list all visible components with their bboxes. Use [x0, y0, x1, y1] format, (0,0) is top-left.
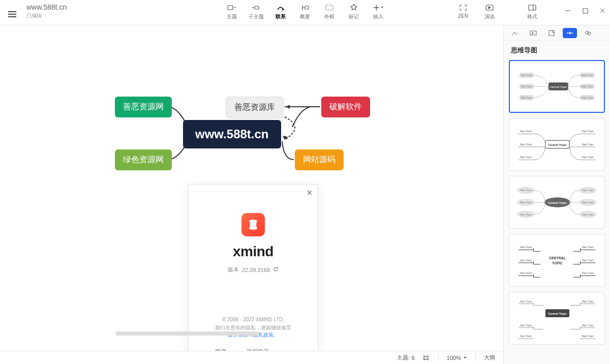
dialog-close-button[interactable]: ✕ — [307, 189, 313, 197]
svg-rect-2 — [305, 6, 309, 9]
template-5[interactable]: Central Topic Main TopicMain TopicMain T… — [509, 292, 605, 345]
node-red[interactable]: 破解软件 — [321, 97, 370, 117]
document-status: 已编辑 — [26, 12, 67, 19]
product-name: xmind — [233, 244, 273, 260]
tool-present[interactable]: 演说 — [481, 3, 498, 20]
svg-text:Central Topic: Central Topic — [548, 201, 567, 204]
canvas-area[interactable]: 善恶资源网 善恶资源库 破解软件 www.588t.cn 绿色资源网 网站源码 … — [0, 25, 503, 351]
minimize-button[interactable] — [564, 7, 571, 14]
svg-text:Main Topic: Main Topic — [582, 85, 593, 88]
topic-icon — [226, 3, 237, 12]
star-icon — [348, 3, 359, 12]
maximize-button[interactable] — [582, 7, 589, 14]
svg-rect-8 — [549, 31, 554, 36]
svg-text:Main Topic: Main Topic — [582, 97, 593, 99]
svg-text:Main Topic: Main Topic — [520, 272, 532, 275]
tool-relation[interactable]: 联系 — [272, 3, 289, 20]
svg-text:Central Topic: Central Topic — [548, 312, 567, 315]
svg-text:Main Topic: Main Topic — [521, 97, 532, 99]
window-controls — [564, 7, 606, 14]
tab-theme[interactable] — [581, 28, 595, 38]
zoom-level[interactable]: 100% — [447, 355, 467, 361]
tool-boundary[interactable]: 外框 — [321, 3, 338, 20]
tool-summary[interactable]: 概要 — [296, 3, 314, 20]
svg-text:Central Topic: Central Topic — [548, 143, 567, 146]
tool-zen[interactable]: ZEN — [454, 3, 472, 20]
svg-text:Main Topic: Main Topic — [582, 335, 594, 338]
template-2[interactable]: Central Topic Main TopicMain TopicMain T… — [509, 118, 605, 171]
format-panel: 思维导图 Central Topic Main TopicMain TopicM… — [503, 25, 610, 364]
panel-icon — [527, 3, 538, 12]
svg-text:Main Topic: Main Topic — [520, 324, 532, 327]
svg-text:Main Topic: Main Topic — [582, 156, 594, 159]
svg-text:Main Topic: Main Topic — [520, 156, 532, 159]
tab-slide[interactable] — [526, 28, 540, 38]
toolbar-right: ZEN 演说 — [454, 3, 498, 20]
tab-style[interactable] — [508, 28, 522, 38]
document-title: www.588t.cn — [26, 3, 67, 11]
svg-text:Main Topic: Main Topic — [582, 259, 594, 262]
svg-text:Main Topic: Main Topic — [582, 246, 594, 249]
plus-icon — [373, 3, 384, 12]
svg-rect-3 — [326, 5, 333, 10]
tool-subtopic[interactable]: 子主题 — [248, 3, 265, 20]
svg-text:Main Topic: Main Topic — [582, 74, 593, 77]
svg-text:Main Topic: Main Topic — [582, 324, 594, 327]
svg-rect-6 — [583, 9, 588, 13]
template-4[interactable]: CENTRALTOPIC Main TopicMain TopicMain To… — [509, 234, 605, 287]
play-icon — [484, 3, 495, 12]
version-line: 版本 22.09.3168 — [228, 266, 279, 274]
tab-structure[interactable] — [563, 28, 577, 38]
node-gray[interactable]: 善恶资源库 — [226, 97, 284, 118]
tab-note[interactable] — [544, 28, 559, 38]
node-center[interactable]: www.588t.cn — [183, 120, 281, 148]
svg-rect-5 — [529, 5, 536, 10]
panel-title: 思维导图 — [504, 41, 610, 60]
subtopic-icon — [251, 3, 262, 12]
svg-text:Main Topic: Main Topic — [582, 143, 594, 146]
node-orange[interactable]: 网站源码 — [295, 149, 344, 170]
title-bar: www.588t.cn 已编辑 主题 子主题 联系 概要 — [0, 0, 610, 25]
fullscreen-icon — [458, 3, 469, 12]
scrollbar-thumb[interactable] — [115, 331, 258, 336]
svg-text:Main Topic: Main Topic — [521, 85, 532, 88]
toolbar-center: 主题 子主题 联系 概要 外框 — [223, 3, 387, 20]
svg-text:CENTRAL: CENTRAL — [549, 256, 566, 260]
document-title-block: www.588t.cn 已编辑 — [26, 3, 67, 19]
summary-icon — [299, 3, 311, 12]
relation-icon — [275, 3, 286, 12]
svg-text:Main Topic: Main Topic — [520, 259, 532, 262]
template-1[interactable]: Central Topic Main TopicMain TopicMain T… — [509, 60, 605, 113]
topic-count: 主题: 6 — [397, 354, 415, 361]
svg-text:Main Topic: Main Topic — [582, 272, 594, 275]
svg-text:Main Topic: Main Topic — [520, 143, 532, 146]
svg-text:TOPIC: TOPIC — [552, 261, 563, 265]
svg-text:Main Topic: Main Topic — [520, 189, 532, 192]
tool-marker[interactable]: 标记 — [345, 3, 362, 20]
svg-text:Main Topic: Main Topic — [582, 300, 594, 303]
svg-text:Main Topic: Main Topic — [520, 201, 532, 204]
node-green1[interactable]: 善恶资源网 — [115, 97, 172, 117]
svg-text:Main Topic: Main Topic — [520, 130, 532, 133]
copyright: © 2006 - 2022 XMIND LTD. — [215, 317, 291, 322]
refresh-icon[interactable] — [273, 266, 279, 273]
template-3[interactable]: Central Topic Main TopicMain TopicMain T… — [509, 176, 605, 229]
tool-topic[interactable]: 主题 — [223, 3, 240, 20]
xmind-logo-icon — [241, 213, 265, 236]
close-button[interactable] — [599, 7, 606, 14]
map-view-button[interactable] — [423, 355, 430, 361]
horizontal-scrollbar[interactable] — [10, 331, 386, 337]
menu-button[interactable] — [4, 6, 20, 22]
svg-text:Main Topic: Main Topic — [520, 214, 532, 216]
tool-insert[interactable]: 插入 — [370, 3, 387, 20]
svg-text:Main Topic: Main Topic — [582, 201, 594, 204]
tool-format[interactable]: 格式 — [524, 3, 541, 20]
svg-text:Main Topic: Main Topic — [582, 130, 594, 133]
template-list: Central Topic Main TopicMain TopicMain T… — [504, 60, 610, 345]
panel-tabs — [504, 25, 610, 41]
node-green2[interactable]: 绿色资源网 — [115, 149, 172, 170]
svg-text:Main Topic: Main Topic — [520, 300, 532, 303]
status-bar: 主题: 6 100% 大纲 — [0, 351, 503, 364]
outline-button[interactable]: 大纲 — [484, 354, 495, 361]
svg-text:Central Topic: Central Topic — [550, 85, 567, 88]
